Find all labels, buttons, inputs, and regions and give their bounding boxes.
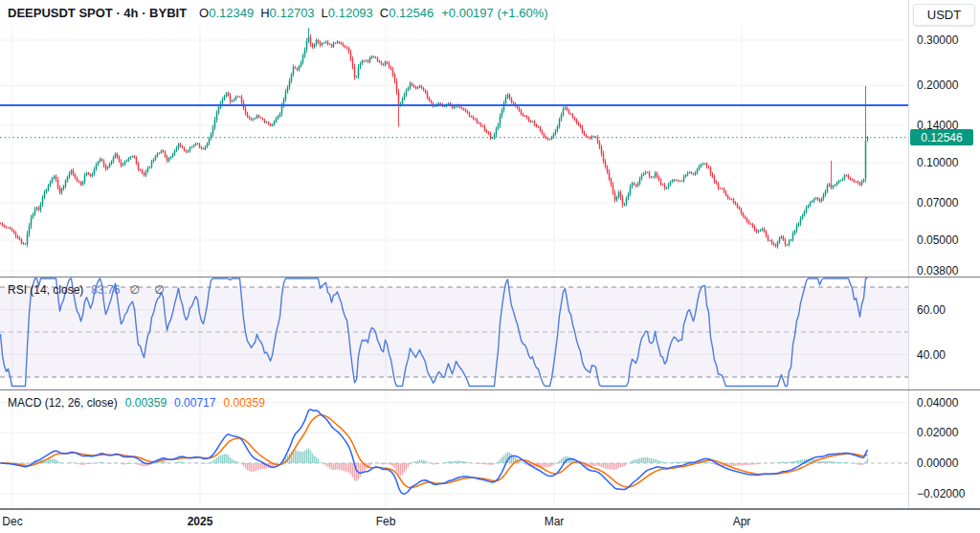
gridlines (0, 25, 908, 507)
rsi-indicator-label[interactable]: RSI (14, close) (8, 283, 83, 297)
macd-line-value: 0.00717 (174, 396, 215, 410)
axis-tick-label: −0.02000 (917, 487, 965, 500)
ohlc-low-value: 0.12093 (328, 6, 373, 20)
currency-button[interactable]: USDT (913, 4, 975, 26)
symbol-legend: DEEPUSDT SPOT · 4h · BYBITO0.12349H0.127… (8, 6, 548, 20)
time-axis[interactable]: Dec2025FebMarApr (0, 510, 980, 533)
ohlc-close-value: 0.12546 (389, 6, 434, 20)
axis-tick-label: 0.14000 (917, 119, 958, 132)
time-axis-label: 2025 (188, 515, 213, 528)
axis-tick-label: 0.05000 (917, 233, 958, 247)
macd-legend: MACD (12, 26, close)0.003590.007170.0035… (8, 396, 265, 410)
time-axis-label: Feb (376, 515, 396, 528)
ohlc-high-value: 0.12703 (270, 6, 315, 20)
price-scale[interactable]: USDT 0.12546 0.300000.200000.140000.1000… (908, 0, 980, 533)
time-axis-label: Dec (2, 515, 22, 528)
axis-tick-label: 40.00 (917, 348, 946, 362)
ohlc-close-label: C (380, 6, 389, 20)
time-axis-label: Apr (733, 515, 751, 528)
time-axis-border (0, 508, 980, 510)
macd-hist-value: 0.00359 (125, 396, 167, 410)
pane-separator-main-rsi[interactable] (0, 277, 980, 278)
rsi-empty-values: ∅ ∅ (129, 283, 169, 297)
axis-tick-label: 0.10000 (917, 156, 958, 169)
axis-tick-label: 0.00000 (917, 456, 958, 470)
pane-separator-rsi-macd[interactable] (0, 389, 980, 391)
ohlc-open-value: 0.12349 (209, 6, 254, 20)
axis-tick-label: 60.00 (917, 303, 946, 317)
ohlc-low-label: L (322, 6, 328, 20)
axis-tick-label: 0.20000 (917, 78, 958, 92)
macd-plot (0, 410, 868, 494)
price-change: +0.00197 (+1.60%) (441, 6, 547, 20)
macd-signal-value: 0.00359 (223, 396, 264, 410)
trading-chart-window: DEEPUSDT SPOT · 4h · BYBITO0.12349H0.127… (0, 0, 980, 533)
rsi-value: 83.76 (91, 283, 120, 297)
axis-tick-label: 0.30000 (917, 33, 958, 47)
time-axis-label: Mar (545, 515, 565, 528)
axis-tick-label: 0.07000 (917, 196, 958, 210)
ohlc-open-label: O (199, 6, 209, 20)
ohlc-high-label: H (260, 6, 269, 20)
symbol-title[interactable]: DEEPUSDT SPOT · 4h · BYBIT (8, 6, 187, 20)
macd-indicator-label[interactable]: MACD (12, 26, close) (8, 396, 118, 410)
axis-tick-label: 0.02000 (917, 426, 958, 439)
rsi-legend: RSI (14, close)83.76∅ ∅ (8, 283, 170, 297)
candlesticks (0, 28, 868, 249)
chart-canvas[interactable] (0, 0, 980, 533)
axis-tick-label: 0.04000 (917, 396, 958, 410)
